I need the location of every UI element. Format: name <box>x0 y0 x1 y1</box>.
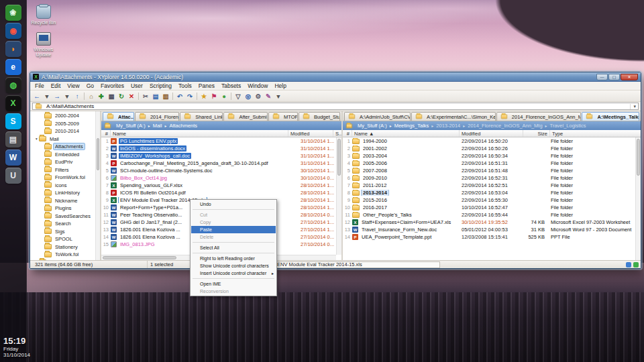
word-icon[interactable]: W <box>5 149 21 166</box>
tree-item-icons[interactable]: icons <box>30 182 100 190</box>
tree-item-eudpriv[interactable]: EudPriv <box>30 158 100 166</box>
tab-attac[interactable]: Attac... <box>103 112 134 121</box>
tree-item-savedsearches[interactable]: SavedSearches <box>30 213 100 221</box>
vertical-scrollbar[interactable] <box>635 137 641 260</box>
context-menu-item-insert-unicode-control-character[interactable]: Insert Unicode control character▸ <box>191 269 276 277</box>
home-icon[interactable]: ⌂ <box>87 91 96 101</box>
copy-icon[interactable]: ▤ <box>151 91 160 101</box>
tree-item-search[interactable]: Search <box>30 220 100 228</box>
back-icon[interactable]: ← <box>32 91 42 101</box>
column-header-size[interactable]: Size <box>523 130 550 137</box>
tree-item-sigs[interactable]: Sigs <box>30 228 100 236</box>
file-row-ingos-disseminations-docx[interactable]: 2WInGOS - disseminations.docx31/10/2014 … <box>101 145 341 152</box>
column-header-s[interactable]: S... <box>333 130 341 137</box>
views-icon[interactable]: ▦ <box>107 91 116 101</box>
tab-a-admin-job-stuff-cvs[interactable]: A:\Admin\Job_Stuff\CVs <box>344 112 411 121</box>
menu-user[interactable]: User <box>127 82 146 90</box>
stop-icon[interactable]: ✕ <box>127 91 136 101</box>
up-icon[interactable]: ↑ <box>72 91 82 101</box>
more-icon[interactable]: ▾ <box>274 91 283 101</box>
status-ok-icon[interactable] <box>633 262 639 267</box>
file-row-sci-module-outline-climate-systems-doc[interactable]: 5WSCI-module-outline-Climate-Systems.doc… <box>101 167 341 174</box>
tree-item-attachments[interactable]: Attachments <box>30 143 100 151</box>
column-header-[interactable]: # <box>343 130 352 137</box>
tree-item-towork-fol[interactable]: ToWork.fol <box>30 251 100 259</box>
minimize-button[interactable]: — <box>596 74 608 80</box>
tree-item-mail[interactable]: ▾Mail <box>30 135 100 143</box>
breadcrumb-item[interactable]: Attachments <box>168 123 198 129</box>
breadcrumb-item[interactable]: My_Stuff (A:) <box>357 123 388 129</box>
breadcrumb-item[interactable]: Meetings_Talks <box>394 123 430 129</box>
breadcrumb-item[interactable]: 2014_Florence_InGOS_Ann_Mtg <box>467 123 543 129</box>
context-menu-item-open-ime[interactable]: Open IME <box>191 280 276 288</box>
start-icon[interactable]: ❀ <box>5 5 21 21</box>
column-header-name[interactable]: Name ▲ <box>352 130 460 137</box>
file-row-travel-insurance-form-new-doc[interactable]: 13WTravel_Insurance_Form_New.doc05/01/20… <box>343 226 641 233</box>
filter-icon[interactable]: ▽ <box>233 91 243 101</box>
green-app-icon[interactable]: ◍ <box>5 77 21 93</box>
back-history-icon[interactable]: ▾ <box>42 91 52 101</box>
tree-scrollbar[interactable] <box>95 111 100 260</box>
breadcrumb-item[interactable]: My_Stuff (A:) <box>115 123 146 129</box>
scrollbar-thumb[interactable] <box>337 139 341 176</box>
tab-budget-stuff[interactable]: Budget_Stuff <box>299 112 340 121</box>
tab-2014-florence-ingos-ann-mtg[interactable]: 2014_Florence_InGOS_Ann_Mtg <box>496 112 582 121</box>
settings-icon[interactable]: ⚙ <box>254 91 263 101</box>
firefox-icon[interactable]: ◗ <box>5 41 21 57</box>
column-header-modified[interactable]: Modified <box>460 130 523 137</box>
tree-item-2005-2009[interactable]: 2005-2009 <box>30 120 100 128</box>
menu-favorites[interactable]: Favorites <box>97 82 127 90</box>
tree-item-spool[interactable]: SPOOL <box>30 235 100 243</box>
redo-icon[interactable]: ↷ <box>185 91 195 101</box>
file-row-2013-2014[interactable]: 82013-201422/09/2014 16:53:04File folder <box>343 189 641 196</box>
tree-item-music-publicity[interactable]: ▸Music_Publicity <box>30 259 100 261</box>
file-row-uea-powerpoint-template-ppt[interactable]: 14PUEA_Powerpoint_Template.ppt12/03/2008… <box>343 233 641 241</box>
menu-tools[interactable]: Tools <box>175 82 195 90</box>
tag-icon[interactable]: ● <box>219 91 229 101</box>
column-header-type[interactable]: Type <box>550 130 641 137</box>
address-field[interactable]: A:\Mail\Attachments ▾ <box>32 103 639 110</box>
menu-go[interactable]: Go <box>83 82 97 90</box>
brush-icon[interactable]: ✎ <box>264 91 273 101</box>
column-header-[interactable]: # <box>101 130 111 137</box>
forward-history-icon[interactable]: ▾ <box>62 91 72 101</box>
breadcrumb-item[interactable]: Travel_Logistics <box>549 123 587 129</box>
scrollbar-thumb[interactable] <box>103 256 176 259</box>
recycle-bin-icon[interactable]: Recycle Bin <box>30 5 58 25</box>
tab-a-meetings-talks[interactable]: A:\Meetings_Talks <box>582 112 639 121</box>
scrollbar-thumb[interactable] <box>637 139 640 176</box>
menu-view[interactable]: View <box>64 82 83 90</box>
file-row-2011-2012[interactable]: 72011-201222/09/2014 16:52:51File folder <box>343 182 641 189</box>
context-menu-item-paste[interactable]: Paste <box>191 226 276 233</box>
updater-app-icon[interactable]: U <box>5 168 21 184</box>
xyplorer-icon[interactable]: X <box>5 95 21 111</box>
scrollbar-thumb[interactable] <box>97 138 99 170</box>
file-row-2003-2004[interactable]: 32003-200422/09/2014 16:50:34File folder <box>343 152 641 160</box>
menu-help[interactable]: Help <box>271 82 289 90</box>
new-folder-icon[interactable]: ✚ <box>97 91 106 101</box>
status-queue-icon[interactable] <box>626 262 631 267</box>
favorites-icon[interactable]: ★ <box>199 91 209 101</box>
context-menu-item-select-all[interactable]: Select All <box>191 244 276 251</box>
file-row-2005-2006[interactable]: 42005-200622/09/2014 16:51:31File folder <box>343 160 641 167</box>
file-row-pg-lunchtimes-env-pptx[interactable]: 1PPG Lunchtimes ENV.pptx31/10/2014 1... <box>101 137 341 145</box>
menu-file[interactable]: File <box>32 82 48 90</box>
window-titlebar[interactable]: X A:\Mail\Attachments - XYplorer 14.50.0… <box>30 72 641 82</box>
menu-tabsets[interactable]: Tabsets <box>218 82 244 90</box>
file-row-bilbo-box-oct14-jpg[interactable]: 6Bilbo_Box_Oct14.jpg30/10/2014 0... <box>101 174 341 182</box>
tab-shared-links[interactable]: Shared_Links <box>180 112 223 121</box>
vertical-scrollbar[interactable] <box>336 137 341 255</box>
close-button[interactable]: ✕ <box>621 74 638 80</box>
tree-item-nickname[interactable]: Nickname <box>30 197 100 205</box>
file-row-1994-2000[interactable]: 11994-200022/09/2014 16:50:20File folder <box>343 137 641 145</box>
tree-item-embedded[interactable]: Embedded <box>30 151 100 159</box>
tree-item-2000-2004[interactable]: 2000-2004 <box>30 112 100 120</box>
tab-a-experimental-c-simon-kelly[interactable]: A:\Experimental\C...\Simon_Kelly <box>411 112 496 121</box>
tree-item-fromwork-fol[interactable]: FromWork.fol <box>30 174 100 182</box>
tree-item-plugins[interactable]: Plugins <box>30 204 100 213</box>
tree-item-stationery[interactable]: Stationery <box>30 243 100 251</box>
file-row-staff-expenses-claim-form-uea7-xls[interactable]: 12XStaff+Expenses+Claim+Form+UEA7.xls30/… <box>343 219 641 226</box>
tab-2014-floren[interactable]: 2014_Floren... <box>135 112 179 121</box>
file-row-icos-ri-bulletin-oct2014-pdf[interactable]: 8PICOS RI Bulletin Oct2014.pdf28/10/2014… <box>101 189 341 196</box>
media-player-icon[interactable]: ◉ <box>5 23 21 39</box>
